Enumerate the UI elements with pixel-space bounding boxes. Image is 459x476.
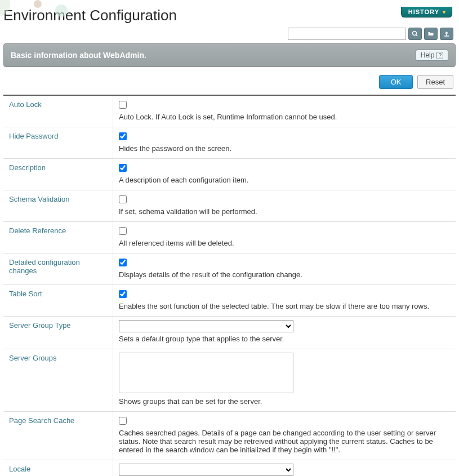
label-delete-reference: Delete Reference: [3, 222, 113, 253]
server-group-type-desc: Sets a default group type that applies t…: [119, 335, 450, 343]
page-search-cache-checkbox[interactable]: [119, 417, 127, 425]
chevron-down-icon: ▾: [443, 9, 446, 15]
toolbar: [3, 28, 456, 40]
description-desc: A description of each configuration item…: [119, 176, 450, 184]
search-icon: [412, 30, 418, 37]
row-hide-password: Hide Password Hides the password on the …: [3, 127, 456, 159]
history-tab[interactable]: HISTORY ▾: [401, 7, 452, 17]
row-detailed-changes: Detailed configuration changes Displays …: [3, 253, 456, 285]
page-title: Environment Configuration: [3, 7, 456, 24]
table-sort-checkbox[interactable]: [119, 290, 127, 298]
config-table: Auto Lock Auto Lock. If Auto Lock is set…: [3, 95, 456, 476]
delete-reference-desc: All referenced items will be deleted.: [119, 239, 450, 247]
row-delete-reference: Delete Reference All referenced items wi…: [3, 222, 456, 253]
row-schema-validation: Schema Validation If set, schema validat…: [3, 190, 456, 222]
row-locale: Locale Changes the locale.: [3, 460, 456, 476]
label-auto-lock: Auto Lock: [3, 96, 113, 127]
ok-button[interactable]: OK: [379, 75, 413, 89]
server-groups-desc: Shows groups that can be set for the ser…: [119, 397, 450, 406]
import-button[interactable]: [424, 28, 438, 40]
row-page-search-cache: Page Search Cache Caches searched pages.…: [3, 412, 456, 460]
section-title: Basic information about WebAdmin.: [11, 51, 146, 60]
description-checkbox[interactable]: [119, 164, 127, 172]
svg-point-0: [413, 32, 417, 35]
row-auto-lock: Auto Lock Auto Lock. If Auto Lock is set…: [3, 96, 456, 127]
row-server-groups: Server Groups Shows groups that can be s…: [3, 349, 456, 412]
detailed-changes-desc: Displays details of the result of the co…: [119, 270, 450, 279]
section-header: Basic information about WebAdmin. Help ?: [3, 43, 456, 67]
label-table-sort: Table Sort: [3, 285, 113, 316]
help-button[interactable]: Help ?: [416, 50, 448, 61]
reset-button[interactable]: Reset: [417, 75, 453, 89]
label-hide-password: Hide Password: [3, 127, 113, 158]
search-button[interactable]: [408, 28, 422, 40]
svg-line-1: [416, 35, 418, 37]
label-detailed-changes: Detailed configuration changes: [3, 253, 113, 284]
top-button-row: OK Reset: [3, 75, 453, 89]
locale-select[interactable]: [119, 464, 293, 476]
row-server-group-type: Server Group Type Sets a default group t…: [3, 317, 456, 349]
label-locale: Locale: [3, 460, 113, 476]
search-input[interactable]: [288, 28, 406, 40]
folder-open-icon: [427, 30, 435, 37]
help-label: Help: [421, 51, 435, 59]
label-server-groups: Server Groups: [3, 349, 113, 411]
row-description: Description A description of each config…: [3, 159, 456, 190]
delete-reference-checkbox[interactable]: [119, 227, 127, 235]
history-label: HISTORY: [408, 8, 439, 15]
server-group-type-select[interactable]: [119, 320, 293, 332]
server-groups-textarea[interactable]: [119, 353, 293, 393]
label-page-search-cache: Page Search Cache: [3, 412, 113, 460]
page-search-cache-desc: Caches searched pages. Details of a page…: [119, 429, 450, 454]
upload-icon: [443, 30, 450, 37]
help-icon: ?: [436, 52, 443, 59]
label-schema-validation: Schema Validation: [3, 190, 113, 221]
detailed-changes-checkbox[interactable]: [119, 259, 127, 266]
row-table-sort: Table Sort Enables the sort function of …: [3, 285, 456, 317]
schema-validation-desc: If set, schema validation will be perfor…: [119, 207, 450, 216]
auto-lock-desc: Auto Lock. If Auto Lock is set, Runtime …: [119, 113, 450, 121]
hide-password-checkbox[interactable]: [119, 132, 127, 140]
hide-password-desc: Hides the password on the screen.: [119, 144, 450, 153]
export-button[interactable]: [440, 28, 453, 40]
label-server-group-type: Server Group Type: [3, 317, 113, 349]
schema-validation-checkbox[interactable]: [119, 195, 127, 203]
auto-lock-checkbox[interactable]: [119, 101, 127, 109]
label-description: Description: [3, 159, 113, 190]
table-sort-desc: Enables the sort function of the selecte…: [119, 302, 450, 310]
